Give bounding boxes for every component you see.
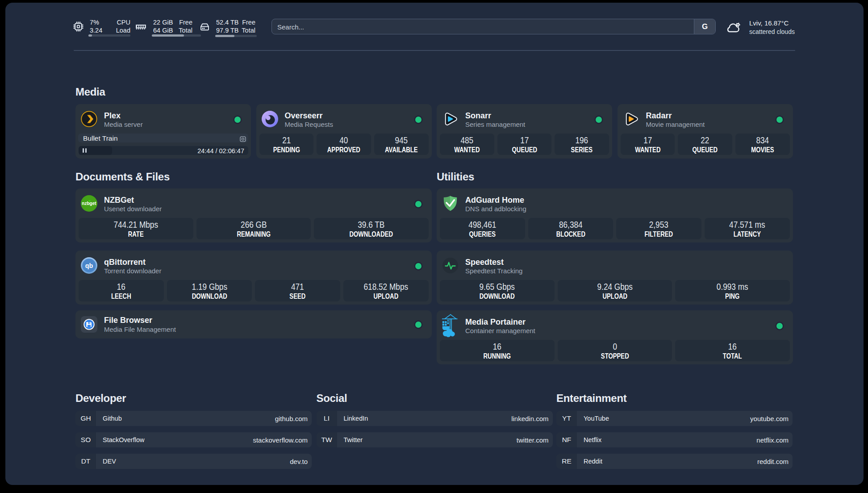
svg-text:qb: qb (85, 262, 93, 269)
svg-text:nzbget: nzbget (82, 201, 96, 206)
